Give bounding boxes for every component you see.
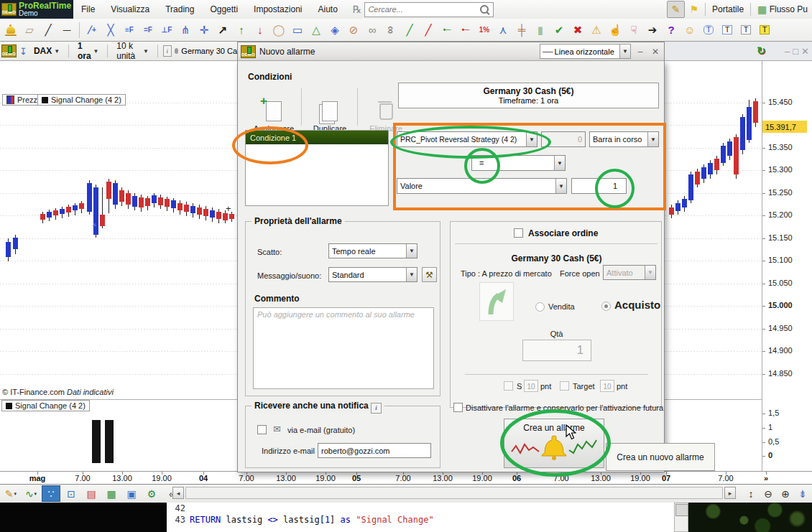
associate-order-checkbox[interactable] — [514, 228, 523, 238]
stop-points-input[interactable]: 10 — [524, 380, 538, 392]
arrow-down-icon[interactable]: ↓ — [251, 20, 269, 40]
menu-aiuto[interactable]: Aiuto — [310, 0, 345, 19]
indicator-menu-icon[interactable]: ∿▾ — [22, 485, 40, 502]
line-style-selector[interactable]: ── Linea orizzontale ▼ — [540, 44, 631, 59]
check-icon[interactable]: ✔ — [550, 20, 568, 40]
timeframe-selector[interactable]: 1 ora▼ — [74, 42, 103, 61]
detach-search-icon[interactable]: ℞ — [353, 4, 362, 15]
comment-textarea[interactable] — [253, 307, 434, 389]
sell-radio[interactable] — [535, 302, 545, 312]
portatile-button[interactable]: Portatile — [708, 1, 748, 17]
code-editor[interactable]: 4243RETURN lastsig <> lastsig[1] as "Sig… — [167, 503, 674, 532]
period-field[interactable] — [541, 131, 586, 147]
trigger-selector[interactable]: Tempo reale ▼ — [328, 243, 417, 258]
horizontal-scrollbar[interactable] — [185, 487, 723, 499]
code-scrollbar[interactable] — [674, 503, 688, 532]
zoom-in-icon[interactable]: ⊕ — [776, 485, 795, 502]
search-input[interactable] — [365, 5, 479, 14]
endpoint-line-green-icon[interactable]: •─ — [438, 20, 456, 40]
menu-trading[interactable]: Trading — [157, 0, 202, 19]
endpoint-line-red-icon[interactable]: •─ — [456, 20, 475, 40]
pitchfork-icon[interactable]: ⋔ — [176, 20, 195, 40]
chat-icon[interactable]: ⊡ — [62, 485, 80, 502]
share-icon[interactable]: ∵ — [42, 485, 60, 502]
scrollbar-thumb[interactable] — [675, 504, 688, 516]
info-icon[interactable]: i — [371, 403, 382, 414]
deactivate-alarm-checkbox[interactable] — [453, 403, 463, 412]
cross-icon[interactable]: ✖ — [568, 20, 587, 40]
column-width-icon[interactable]: ⇟ — [793, 485, 812, 502]
arrow-right-icon[interactable]: ➔ — [643, 20, 662, 40]
sound-settings-button[interactable]: ⚒ — [422, 267, 437, 282]
buy-radio[interactable] — [601, 302, 611, 311]
fan-lines-icon[interactable]: ⋏ — [494, 20, 512, 40]
window-close-button[interactable]: ✕ — [801, 46, 809, 57]
force-open-selector[interactable]: Attivato ▼ — [603, 265, 656, 280]
draw-menu-icon[interactable]: ✎▾ — [1, 485, 20, 502]
condition-item-selected[interactable]: Condizione 1 — [246, 131, 388, 144]
legend-signal-change-bottom[interactable]: Signal Change (4 2) — [1, 400, 90, 411]
text-note-icon[interactable]: T — [718, 20, 737, 40]
thumb-up-icon[interactable]: ☝ — [606, 20, 624, 40]
move-icon[interactable]: ✛ — [195, 20, 213, 40]
dialog-minimize-button[interactable]: – — [635, 46, 646, 57]
arrow-up-icon[interactable]: ↑ — [232, 20, 251, 40]
triangle-icon[interactable]: △ — [307, 20, 326, 40]
drawing-mode-button[interactable]: ✎ — [667, 1, 686, 18]
target-points-input[interactable]: 10 — [600, 380, 614, 392]
stop-checkbox[interactable] — [504, 381, 513, 391]
target-checkbox[interactable] — [560, 381, 569, 391]
detach-window-icon[interactable]: ▣ — [122, 485, 141, 502]
arrow-ne-icon[interactable]: ↗ — [213, 20, 232, 40]
fib-projection-icon[interactable]: =F — [139, 20, 157, 40]
zoom-reset-icon[interactable]: ↕ — [742, 485, 760, 502]
create-alarm-button[interactable]: Crea un allarme — [504, 419, 604, 468]
refresh-icon[interactable]: ↻ — [757, 45, 766, 57]
scroll-right-button[interactable]: ▸ — [724, 487, 736, 499]
axis-more-button[interactable]: » — [764, 474, 768, 482]
search-icon[interactable] — [480, 5, 489, 14]
thumb-down-icon[interactable]: ☟ — [624, 20, 643, 40]
info-icon[interactable]: i — [163, 45, 172, 57]
node-link-icon[interactable]: ∞ — [382, 20, 400, 40]
segment-icon[interactable]: ╱ — [39, 20, 57, 40]
zoom-out-icon[interactable]: ⊖ — [759, 485, 778, 502]
value-type-selector[interactable]: Valore ▼ — [397, 178, 567, 194]
dialog-titlebar[interactable]: DEMO Nuovo allarme ── Linea orizzontale … — [237, 42, 665, 61]
duplicate-condition-button[interactable]: Duplicare — [304, 84, 356, 133]
scroll-left-button[interactable]: ◂ — [172, 487, 184, 499]
ruler-icon[interactable]: ▱ — [20, 20, 39, 40]
email-checkbox[interactable] — [257, 425, 267, 434]
text-bubble-icon[interactable]: T — [699, 20, 718, 40]
menu-visualizza[interactable]: Visualizza — [103, 0, 157, 19]
backtest-icon[interactable]: ▦ — [102, 485, 121, 502]
operator-selector[interactable]: = ▼ — [471, 155, 566, 171]
alarm-bell-icon[interactable] — [1, 20, 20, 40]
add-condition-button[interactable]: Aggiungere — [248, 84, 300, 133]
horizontal-line-icon[interactable]: ─ — [57, 20, 76, 40]
rectangle-icon[interactable]: ▭ — [288, 20, 307, 40]
line-green-icon[interactable]: ╱ — [400, 20, 419, 40]
warning-icon[interactable]: ⚠ — [587, 20, 606, 40]
crossed-ellipse-icon[interactable]: ⊘ — [344, 20, 363, 40]
line-red-icon[interactable]: ╱ — [419, 20, 438, 40]
horizontal-segment-plus-icon[interactable]: ╪ — [512, 20, 531, 40]
question-icon[interactable]: ? — [662, 20, 680, 40]
vertical-zone-icon[interactable]: ▮ — [531, 20, 550, 40]
smiley-icon[interactable]: ☺ — [680, 20, 699, 40]
bar-mode-selector[interactable]: Barra in corso ▼ — [589, 131, 659, 147]
news-icon[interactable]: ▤ — [82, 485, 101, 502]
ellipse-icon[interactable]: ◯ — [269, 20, 288, 40]
text-anchor-icon[interactable]: T — [737, 20, 755, 40]
legend-signal-change[interactable]: Signal Change (4 2) — [37, 94, 126, 106]
crossed-lines-icon[interactable]: ╳ — [101, 20, 120, 40]
fib-retracement-icon[interactable]: ≡F — [120, 20, 139, 40]
window-minimize-button[interactable]: – — [785, 46, 790, 57]
crossed-diamond-icon[interactable]: ◈ — [326, 20, 344, 40]
time-axis[interactable]: mag7.0013.0019.00047.0013.0019.00057.001… — [0, 471, 812, 484]
email-address-input[interactable] — [318, 443, 431, 458]
menu-impostazioni[interactable]: Impostazioni — [246, 0, 310, 19]
trendline-icon[interactable]: ╱+ — [83, 20, 101, 40]
pin-icon[interactable]: ↧ — [19, 46, 27, 57]
menu-oggetti[interactable]: Oggetti — [202, 0, 246, 19]
